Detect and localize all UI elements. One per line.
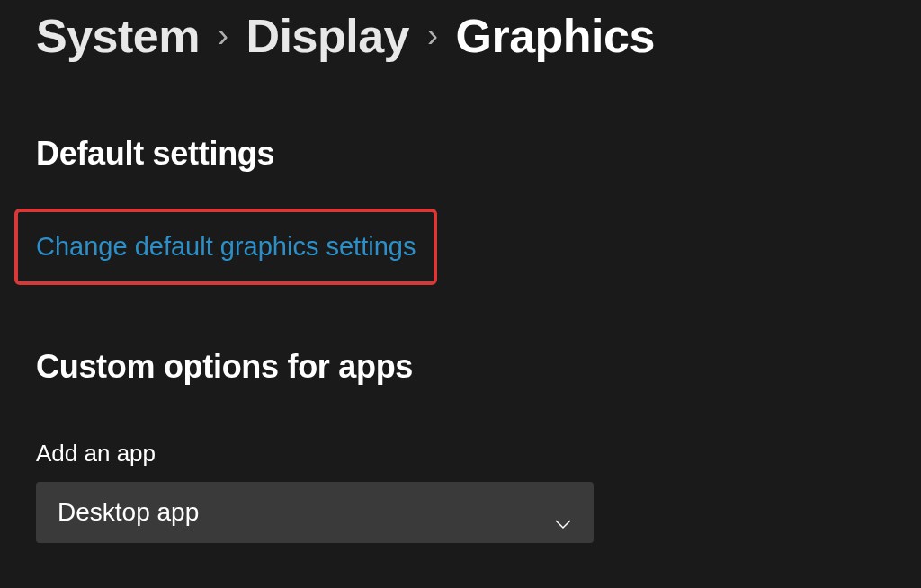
default-settings-heading: Default settings bbox=[36, 135, 885, 173]
highlighted-link-box: Change default graphics settings bbox=[14, 209, 437, 285]
chevron-right-icon: › bbox=[218, 17, 228, 55]
chevron-down-icon bbox=[554, 507, 572, 518]
breadcrumb-display[interactable]: Display bbox=[246, 9, 409, 63]
add-app-label: Add an app bbox=[36, 440, 885, 468]
breadcrumb-graphics: Graphics bbox=[455, 9, 654, 63]
change-default-graphics-link[interactable]: Change default graphics settings bbox=[36, 232, 416, 261]
dropdown-selected-value: Desktop app bbox=[58, 498, 199, 527]
app-type-dropdown[interactable]: Desktop app bbox=[36, 482, 594, 543]
chevron-right-icon: › bbox=[427, 17, 438, 55]
breadcrumb-system[interactable]: System bbox=[36, 9, 200, 63]
breadcrumb: System › Display › Graphics bbox=[36, 9, 885, 63]
custom-options-heading: Custom options for apps bbox=[36, 348, 885, 386]
